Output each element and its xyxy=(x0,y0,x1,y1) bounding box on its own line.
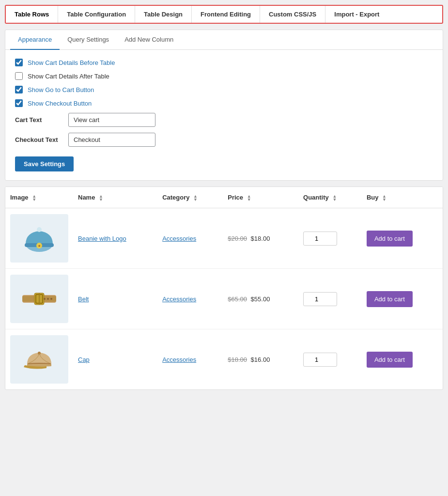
label-show-go-to-cart: Show Go to Cart Button xyxy=(28,86,94,93)
product-quantity-cell xyxy=(298,269,362,329)
product-name-cell: Cap xyxy=(73,329,157,390)
checkbox-row-show-go-to-cart: Show Go to Cart Button xyxy=(15,86,433,93)
add-to-cart-button[interactable]: Add to cart xyxy=(367,291,413,307)
sort-arrows-category[interactable]: ▲▼ xyxy=(193,195,198,201)
product-category-cell: Accessories xyxy=(157,269,223,329)
product-name-link[interactable]: Beanie with Logo xyxy=(78,235,126,242)
price-sale: $55.00 xyxy=(251,295,270,303)
price-original: $65.00 xyxy=(228,295,247,303)
product-category-link[interactable]: Accessories xyxy=(162,356,196,363)
svg-point-12 xyxy=(44,298,46,300)
add-to-cart-button[interactable]: Add to cart xyxy=(367,231,413,247)
add-to-cart-button[interactable]: Add to cart xyxy=(367,352,413,368)
checkbox-show-cart-before[interactable] xyxy=(15,59,23,66)
tab-frontend-editing[interactable]: Frontend Editing xyxy=(192,6,260,23)
table-header-row: Image ▲▼ Name ▲▼ Category ▲▼ Price ▲▼ xyxy=(5,187,443,208)
product-image-box xyxy=(10,275,68,323)
table-row: ★ Beanie with Logo Accessories $20.00 $1… xyxy=(5,208,443,269)
svg-point-10 xyxy=(50,298,52,300)
checkbox-show-cart-after[interactable] xyxy=(15,72,23,80)
sub-tab-bar: Appearance Query Settings Add New Column xyxy=(5,30,443,50)
product-price-cell: $18.00 $16.00 xyxy=(223,329,298,390)
product-name-cell: Belt xyxy=(73,269,157,329)
tab-query-settings[interactable]: Query Settings xyxy=(60,30,117,50)
checkbox-row-show-checkout: Show Checkout Button xyxy=(15,99,433,107)
price-sale: $16.00 xyxy=(251,356,270,363)
sort-arrows-name[interactable]: ▲▼ xyxy=(99,195,103,201)
th-price: Price ▲▼ xyxy=(223,187,298,208)
product-table-wrapper: Image ▲▼ Name ▲▼ Category ▲▼ Price ▲▼ xyxy=(5,186,443,390)
tab-table-rows[interactable]: Table Rows xyxy=(6,6,58,23)
product-image-cell xyxy=(5,269,73,329)
appearance-settings-content: Show Cart Details Before Table Show Cart… xyxy=(5,50,443,180)
checkout-text-row: Checkout Text xyxy=(15,133,433,147)
cart-text-input[interactable] xyxy=(68,113,155,127)
price-sale: $18.00 xyxy=(251,235,270,242)
checkout-text-input[interactable] xyxy=(68,133,155,147)
product-category-cell: Accessories xyxy=(157,329,223,390)
quantity-input[interactable] xyxy=(303,292,337,306)
settings-panel: Appearance Query Settings Add New Column… xyxy=(5,30,443,181)
tab-appearance[interactable]: Appearance xyxy=(10,30,60,50)
product-buy-cell: Add to cart xyxy=(362,208,443,269)
label-show-checkout: Show Checkout Button xyxy=(28,100,92,107)
tab-table-design[interactable]: Table Design xyxy=(135,6,192,23)
product-name-link[interactable]: Belt xyxy=(78,295,89,303)
product-image-box: ★ xyxy=(10,214,68,263)
checkout-text-label: Checkout Text xyxy=(15,136,68,143)
product-table: Image ▲▼ Name ▲▼ Category ▲▼ Price ▲▼ xyxy=(5,187,443,389)
table-row: Belt Accessories $65.00 $55.00 Add to ca… xyxy=(5,269,443,329)
product-image-cell xyxy=(5,329,73,390)
label-show-cart-before: Show Cart Details Before Table xyxy=(28,59,115,66)
product-image-box xyxy=(10,335,68,384)
product-quantity-cell xyxy=(298,208,362,269)
tab-table-configuration[interactable]: Table Configuration xyxy=(58,6,135,23)
cart-text-row: Cart Text xyxy=(15,113,433,127)
checkbox-row-show-cart-after: Show Cart Details After Table xyxy=(15,72,433,80)
checkbox-show-checkout[interactable] xyxy=(15,99,23,107)
price-original: $20.00 xyxy=(228,235,247,242)
tab-custom-css-js[interactable]: Custom CSS/JS xyxy=(260,6,325,23)
quantity-input[interactable] xyxy=(303,232,337,246)
save-settings-button[interactable]: Save Settings xyxy=(15,156,74,171)
sort-arrows-quantity[interactable]: ▲▼ xyxy=(332,195,337,201)
tab-add-new-column[interactable]: Add New Column xyxy=(117,30,181,50)
table-row: Cap Accessories $18.00 $16.00 Add to car… xyxy=(5,329,443,390)
cart-text-label: Cart Text xyxy=(15,116,68,124)
th-name: Name ▲▼ xyxy=(73,187,157,208)
product-name-cell: Beanie with Logo xyxy=(73,208,157,269)
svg-point-2 xyxy=(37,227,42,232)
th-image: Image ▲▼ xyxy=(5,187,73,208)
th-buy: Buy ▲▼ xyxy=(362,187,443,208)
svg-text:★: ★ xyxy=(38,244,41,248)
product-category-cell: Accessories xyxy=(157,208,223,269)
sort-arrows-image[interactable]: ▲▼ xyxy=(32,195,36,201)
checkbox-show-go-to-cart[interactable] xyxy=(15,86,23,93)
product-quantity-cell xyxy=(298,329,362,390)
top-tab-bar: Table Rows Table Configuration Table Des… xyxy=(5,5,443,24)
product-category-link[interactable]: Accessories xyxy=(162,235,196,242)
product-price-cell: $65.00 $55.00 xyxy=(223,269,298,329)
product-name-link[interactable]: Cap xyxy=(78,356,90,363)
th-category: Category ▲▼ xyxy=(157,187,223,208)
checkbox-row-show-cart-before: Show Cart Details Before Table xyxy=(15,59,433,66)
th-quantity: Quantity ▲▼ xyxy=(298,187,362,208)
label-show-cart-after: Show Cart Details After Table xyxy=(28,73,109,80)
tab-import-export[interactable]: Import - Export xyxy=(325,6,388,23)
product-price-cell: $20.00 $18.00 xyxy=(223,208,298,269)
price-original: $18.00 xyxy=(228,356,247,363)
quantity-input[interactable] xyxy=(303,353,337,367)
sort-arrows-buy[interactable]: ▲▼ xyxy=(382,195,386,201)
sort-arrows-price[interactable]: ▲▼ xyxy=(247,195,251,201)
svg-point-11 xyxy=(47,298,49,300)
product-category-link[interactable]: Accessories xyxy=(162,295,196,303)
product-image-cell: ★ xyxy=(5,208,73,269)
product-buy-cell: Add to cart xyxy=(362,329,443,390)
product-buy-cell: Add to cart xyxy=(362,269,443,329)
